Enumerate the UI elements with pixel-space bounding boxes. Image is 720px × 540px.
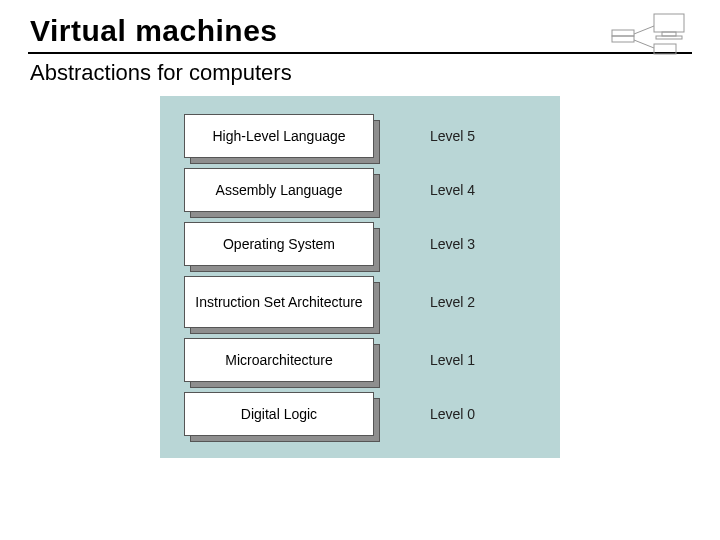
layer-box: Assembly Language <box>184 168 374 212</box>
layer-level: Level 3 <box>430 236 475 252</box>
layer-box: Operating System <box>184 222 374 266</box>
layer-row: High-Level Language Level 5 <box>184 114 536 158</box>
layer-name: Assembly Language <box>184 168 374 212</box>
layer-row: Assembly Language Level 4 <box>184 168 536 212</box>
title-divider <box>28 52 692 54</box>
svg-rect-7 <box>654 44 676 54</box>
svg-rect-1 <box>662 32 676 36</box>
layer-box: Digital Logic <box>184 392 374 436</box>
layer-level: Level 0 <box>430 406 475 422</box>
page-subtitle: Abstractions for computers <box>30 60 692 86</box>
svg-rect-3 <box>612 30 634 36</box>
svg-line-5 <box>634 26 654 34</box>
layer-row: Instruction Set Architecture Level 2 <box>184 276 536 328</box>
layer-level: Level 2 <box>430 294 475 310</box>
layer-level: Level 5 <box>430 128 475 144</box>
layer-row: Digital Logic Level 0 <box>184 392 536 436</box>
abstraction-layers-diagram: High-Level Language Level 5 Assembly Lan… <box>160 96 560 458</box>
svg-rect-4 <box>612 36 634 42</box>
layer-name: Instruction Set Architecture <box>184 276 374 328</box>
layer-name: Operating System <box>184 222 374 266</box>
page-title: Virtual machines <box>30 14 692 48</box>
layer-box: High-Level Language <box>184 114 374 158</box>
layer-name: Microarchitecture <box>184 338 374 382</box>
layer-box: Microarchitecture <box>184 338 374 382</box>
layer-box: Instruction Set Architecture <box>184 276 374 328</box>
corner-decoration-icon <box>608 12 696 60</box>
layer-name: High-Level Language <box>184 114 374 158</box>
svg-rect-2 <box>656 36 682 39</box>
layer-level: Level 4 <box>430 182 475 198</box>
layer-name: Digital Logic <box>184 392 374 436</box>
svg-rect-0 <box>654 14 684 32</box>
layer-row: Operating System Level 3 <box>184 222 536 266</box>
layer-level: Level 1 <box>430 352 475 368</box>
layer-row: Microarchitecture Level 1 <box>184 338 536 382</box>
svg-line-6 <box>634 40 654 48</box>
